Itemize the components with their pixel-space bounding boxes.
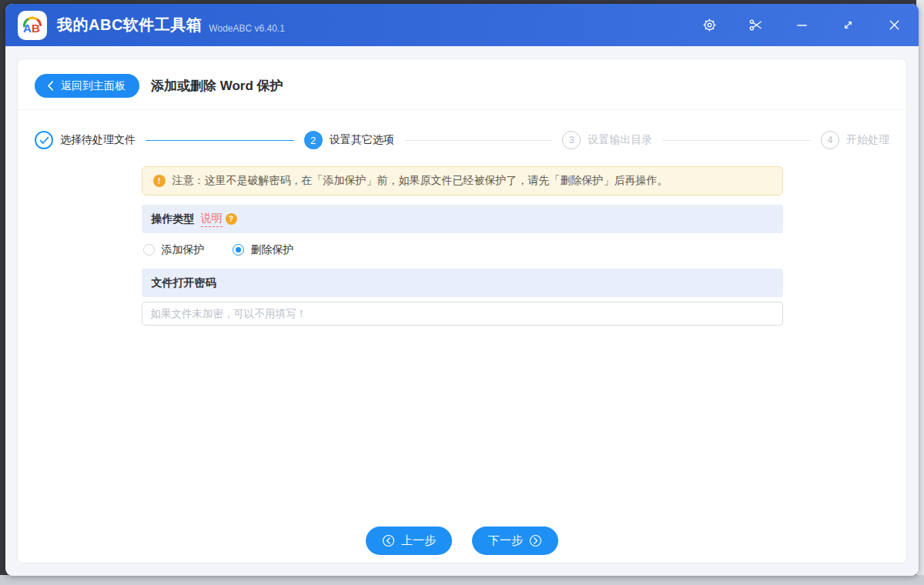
step-select-files: 选择待处理文件 [35,131,136,149]
radio-circle-icon [143,244,155,256]
app-logo: A B [18,11,47,40]
notice-text: 注意：这里不是破解密码，在「添加保护」前，如果原文件已经被保护了，请先「删除保护… [172,174,668,188]
step-connector [404,140,553,141]
radio-remove-protection[interactable]: 删除保护 [233,243,294,257]
next-step-button[interactable]: 下一步 [472,526,558,555]
open-password-title: 文件打开密码 [152,276,216,290]
scissors-icon[interactable] [748,18,763,33]
step-connector [662,140,811,141]
window-controls [701,18,902,33]
wizard-stepper: 选择待处理文件 2 设置其它选项 3 设置输出目录 4 开始处理 [35,131,889,149]
open-password-header: 文件打开密码 [142,269,783,297]
step-start-processing: 4 开始处理 [821,131,889,149]
radio-circle-icon [233,244,244,256]
prev-step-button[interactable]: 上一步 [366,526,452,555]
app-version: WodeABC v6.40.1 [209,23,285,34]
wizard-footer: 上一步 下一步 [18,526,906,555]
notice-banner: ! 注意：这里不是破解密码，在「添加保护」前，如果原文件已经被保护了，请先「删除… [142,166,783,196]
step-number-badge: 2 [304,131,323,149]
operation-type-header: 操作类型 说明 ? [142,205,783,233]
close-button[interactable] [886,18,902,33]
back-button-label: 返回到主面板 [61,79,126,93]
warning-icon: ! [153,175,166,187]
prev-step-label: 上一步 [401,533,436,548]
settings-gear-icon[interactable] [701,18,717,33]
help-link[interactable]: 说明 [201,212,223,227]
step-label: 选择待处理文件 [60,133,136,147]
radio-label: 删除保护 [251,243,294,257]
app-logo-icon: A B [20,13,45,38]
page-title: 添加或删除 Word 保护 [151,77,283,95]
next-step-label: 下一步 [488,533,523,548]
step-label: 设置输出目录 [588,133,652,147]
circle-chevron-right-icon [529,534,542,547]
card-header: 返回到主面板 添加或删除 Word 保护 [18,59,906,110]
step-content: ! 注意：这里不是破解密码，在「添加保护」前，如果原文件已经被保护了，请先「删除… [142,166,783,326]
minimize-button[interactable] [794,18,809,33]
app-window: A B 我的ABC软件工具箱 WodeABC v6.40.1 [5,4,919,576]
step-set-options: 2 设置其它选项 [304,131,394,149]
resize-button[interactable] [840,18,855,33]
app-title: 我的ABC软件工具箱 [57,15,202,35]
operation-type-options: 添加保护 删除保护 [142,233,783,266]
operation-type-title: 操作类型 [152,212,195,226]
main-card: 返回到主面板 添加或删除 Word 保护 选择待处理文件 2 设置其它选项 3 … [17,58,907,563]
back-to-dashboard-button[interactable]: 返回到主面板 [35,74,139,98]
circle-chevron-left-icon [382,534,395,547]
svg-text:B: B [32,22,40,35]
check-icon [35,131,53,149]
radio-label: 添加保护 [162,243,205,257]
step-connector [146,140,294,141]
svg-text:A: A [23,22,32,35]
titlebar: A B 我的ABC软件工具箱 WodeABC v6.40.1 [5,4,919,46]
radio-add-protection[interactable]: 添加保护 [143,243,205,257]
chevron-left-icon [47,81,54,91]
step-output-dir: 3 设置输出目录 [562,131,652,149]
step-number-badge: 3 [562,131,581,149]
desktop-edge-bottom [0,575,924,585]
open-password-input[interactable] [142,302,783,326]
step-label: 设置其它选项 [330,133,394,147]
step-number-badge: 4 [821,131,839,149]
question-icon[interactable]: ? [226,213,237,225]
step-label: 开始处理 [846,133,889,147]
